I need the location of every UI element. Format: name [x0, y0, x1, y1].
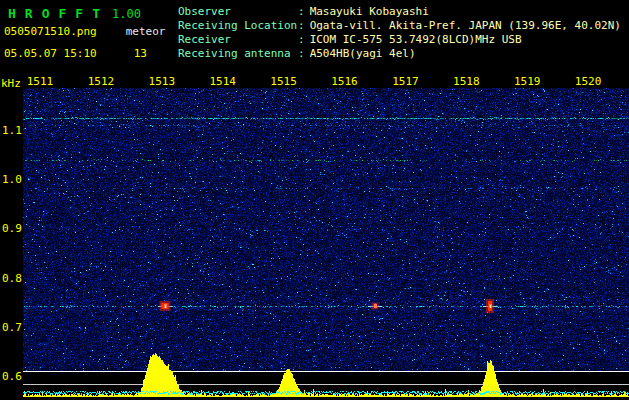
station-info-label: Receiving antenna: [178, 47, 298, 61]
x-tick-label: 1518: [453, 75, 480, 88]
station-info-separator: :: [298, 47, 305, 60]
app-logo: HROFFT: [8, 6, 109, 21]
x-tick-label: 1514: [209, 75, 236, 88]
y-tick-label: 0.6: [2, 370, 22, 383]
station-info-value: Masayuki Kobayashi: [310, 5, 429, 18]
spectrogram-canvas: [23, 88, 629, 400]
output-filename: 0505071510.png: [4, 25, 97, 38]
station-info-separator: :: [298, 19, 305, 32]
station-info-value: Ogata-vill. Akita-Pref. JAPAN (139.96E, …: [310, 19, 621, 32]
station-info-row: Receiver:ICOM IC-575 53.7492(8LCD)MHz US…: [178, 33, 621, 47]
y-axis-labels: 1.11.00.90.80.70.6: [2, 88, 23, 400]
y-tick-label: 1.0: [2, 173, 22, 186]
x-tick-label: 1511: [27, 75, 54, 88]
station-info-value: A504HB(yagi 4el): [310, 47, 416, 60]
station-info-label: Receiving Location: [178, 19, 298, 33]
station-info-row: Receiving Location:Ogata-vill. Akita-Pre…: [178, 19, 621, 33]
x-tick-label: 1519: [514, 75, 541, 88]
y-tick-label: 0.7: [2, 321, 22, 334]
x-axis-labels: 1511151215131514151515161517151815191520: [23, 75, 629, 88]
echo-count: 13: [134, 47, 147, 60]
station-info-label: Receiver: [178, 33, 298, 47]
app-version: 1.00: [112, 7, 141, 21]
mode-label: meteor: [126, 25, 166, 38]
station-info-row: Observer:Masayuki Kobayashi: [178, 5, 621, 19]
observation-datetime: 05.05.07 15:10: [4, 47, 97, 60]
x-tick-label: 1516: [331, 75, 358, 88]
x-tick-label: 1517: [392, 75, 419, 88]
hrofft-screen: HROFFT1.00 0505071510.pngmeteor 05.05.07…: [0, 0, 629, 400]
app-logo-row: HROFFT1.00: [8, 3, 141, 22]
station-info-row: Receiving antenna:A504HB(yagi 4el): [178, 47, 621, 61]
station-info-separator: :: [298, 5, 305, 18]
file-info-row: 0505071510.pngmeteor: [4, 25, 165, 38]
x-tick-label: 1512: [88, 75, 115, 88]
time-info-row: 05.05.07 15:1013: [4, 47, 147, 60]
station-info-label: Observer: [178, 5, 298, 19]
station-info-value: ICOM IC-575 53.7492(8LCD)MHz USB: [310, 33, 522, 46]
y-tick-label: 0.9: [2, 222, 22, 235]
station-info-separator: :: [298, 33, 305, 46]
y-tick-label: 0.8: [2, 272, 22, 285]
x-tick-label: 1520: [575, 75, 602, 88]
y-tick-label: 1.1: [2, 124, 22, 137]
x-tick-label: 1515: [270, 75, 297, 88]
station-info: Observer:Masayuki KobayashiReceiving Loc…: [178, 5, 621, 61]
x-tick-label: 1513: [149, 75, 176, 88]
